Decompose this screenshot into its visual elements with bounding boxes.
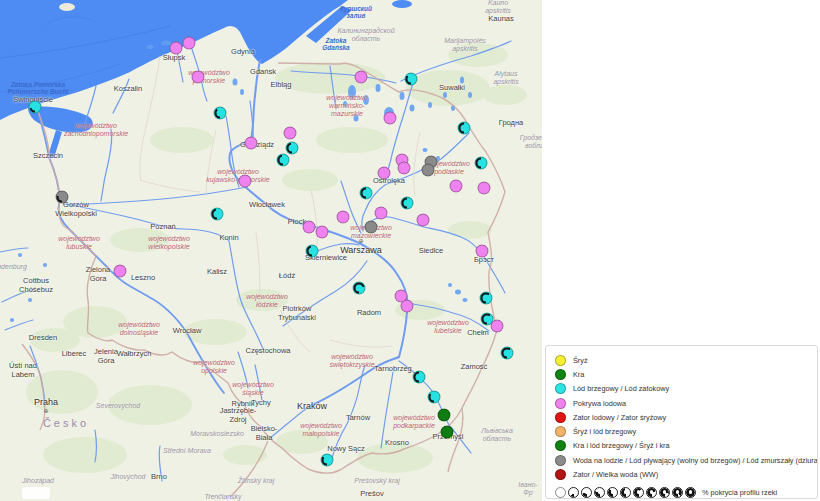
station-marker-shore-ice[interactable] — [360, 187, 373, 200]
station-marker-shore-ice[interactable] — [214, 107, 227, 120]
legend-color-swatch — [555, 398, 566, 409]
coverage-pie-icon — [568, 487, 579, 498]
legend-item-label: Lód brzegowy / Lód zatokowy — [573, 384, 669, 393]
legend-item: Pokrywa lodowa — [555, 396, 813, 410]
coverage-pie-icon — [607, 487, 618, 498]
marker-core — [404, 200, 411, 207]
legend-color-swatch — [555, 412, 566, 423]
marker-core — [431, 394, 438, 401]
station-marker-shore-ice[interactable] — [401, 197, 414, 210]
legend-item: Woda na lodzie / Lód pływający (wolny od… — [555, 453, 813, 467]
station-marker-shore-ice[interactable] — [458, 122, 471, 135]
station-marker-ice-cover[interactable] — [478, 182, 491, 195]
station-marker-shore-ice[interactable] — [353, 282, 366, 295]
legend-item-label: Kra i lód brzegowy / Śryż i kra — [573, 441, 670, 450]
legend-item-label: Śryż i lód brzegowy — [573, 427, 636, 436]
coverage-pie-icon — [594, 487, 605, 498]
coverage-pie-icon — [581, 487, 592, 498]
station-marker-ice-cover[interactable] — [375, 207, 388, 220]
legend-item-label: Woda na lodzie / Lód pływający (wolny od… — [573, 456, 818, 465]
station-marker-ice-cover[interactable] — [491, 320, 504, 333]
legend-item-label: Kra — [573, 370, 584, 379]
legend-item-label: Zator / Wielka woda (WW) — [573, 470, 658, 479]
station-marker-water-on-ice[interactable] — [365, 221, 378, 234]
legend-color-swatch — [555, 355, 566, 366]
station-marker-shore-ice[interactable] — [480, 292, 493, 305]
station-marker-shore-ice[interactable] — [413, 371, 426, 384]
legend-item: Zator lodowy / Zator śryżowy — [555, 410, 813, 424]
station-marker-ice-cover[interactable] — [476, 245, 489, 258]
coverage-label: % pokrycia profilu rzeki — [702, 488, 777, 497]
station-marker-shore-ice[interactable] — [277, 154, 290, 167]
station-marker-ice-cover[interactable] — [316, 226, 329, 239]
legend-item: Kra i lód brzegowy / Śryż i kra — [555, 439, 813, 453]
coverage-pie-icon — [672, 487, 683, 498]
bornholm-island — [59, 3, 75, 11]
station-marker-ice-cover[interactable] — [378, 167, 391, 180]
legend-coverage-row: % pokrycia profilu rzeki — [555, 487, 813, 498]
station-marker-ice-cover[interactable] — [192, 71, 205, 84]
station-marker-water-on-ice[interactable] — [56, 191, 69, 204]
station-marker-ice-cover[interactable] — [355, 71, 368, 84]
marker-core — [408, 76, 415, 83]
station-marker-shore-ice[interactable] — [405, 73, 418, 86]
station-marker-ice-cover[interactable] — [384, 112, 397, 125]
marker-core — [461, 125, 468, 132]
station-marker-ice-cover[interactable] — [417, 214, 430, 227]
station-marker-floe[interactable] — [441, 426, 454, 439]
marker-core — [309, 248, 316, 255]
legend-color-swatch — [555, 369, 566, 380]
legend-item: Lód brzegowy / Lód zatokowy — [555, 382, 813, 396]
station-marker-ice-cover[interactable] — [239, 175, 252, 188]
coverage-pies — [555, 487, 698, 498]
attribution-box — [22, 487, 50, 499]
station-marker-ice-cover[interactable] — [170, 42, 183, 55]
station-marker-ice-cover[interactable] — [450, 180, 463, 193]
coverage-pie-icon — [633, 487, 644, 498]
station-marker-shore-ice[interactable] — [501, 347, 514, 360]
legend-items: ŚryżKraLód brzegowy / Lód zatokowyPokryw… — [555, 353, 813, 482]
marker-core — [289, 145, 296, 152]
station-marker-ice-cover[interactable] — [401, 300, 414, 313]
station-marker-shore-ice[interactable] — [428, 391, 441, 404]
legend-color-swatch — [555, 440, 566, 451]
legend-color-swatch — [555, 383, 566, 394]
station-marker-shore-ice[interactable] — [321, 454, 334, 467]
marker-core — [416, 374, 423, 381]
station-marker-ice-cover[interactable] — [303, 221, 316, 234]
station-marker-shore-ice[interactable] — [475, 157, 488, 170]
station-marker-ice-cover[interactable] — [245, 137, 258, 150]
station-marker-shore-ice[interactable] — [211, 208, 224, 221]
coverage-pie-icon — [685, 487, 696, 498]
marker-core — [356, 285, 363, 292]
marker-core — [478, 160, 485, 167]
station-marker-floe[interactable] — [438, 409, 451, 422]
marker-core — [363, 190, 370, 197]
station-marker-ice-cover[interactable] — [183, 37, 196, 50]
map-canvas[interactable]: Zatoka Pomorska Pommersche BuchtZatoka G… — [0, 0, 542, 501]
legend-item-label: Zator lodowy / Zator śryżowy — [573, 413, 666, 422]
station-marker-shore-ice[interactable] — [29, 101, 42, 114]
station-marker-ice-cover[interactable] — [114, 265, 127, 278]
station-marker-shore-ice[interactable] — [286, 142, 299, 155]
legend-item-label: Śryż — [573, 356, 588, 365]
app-window: Zatoka Pomorska Pommersche BuchtZatoka G… — [0, 0, 820, 501]
station-marker-shore-ice[interactable] — [306, 245, 319, 258]
marker-core — [483, 295, 490, 302]
legend-item: Zator / Wielka woda (WW) — [555, 467, 813, 481]
marker-core — [59, 194, 66, 201]
marker-core — [280, 157, 287, 164]
station-marker-ice-cover[interactable] — [398, 162, 411, 175]
marker-core — [32, 104, 39, 111]
coverage-pie-icon — [646, 487, 657, 498]
station-marker-ice-cover[interactable] — [337, 211, 350, 224]
legend-item: Śryż i lód brzegowy — [555, 424, 813, 438]
coverage-pie-icon — [620, 487, 631, 498]
legend-panel: ŚryżKraLód brzegowy / Lód zatokowyPokryw… — [545, 345, 818, 499]
basemap-layer — [0, 0, 542, 501]
station-marker-ice-cover[interactable] — [284, 127, 297, 140]
marker-core — [324, 457, 331, 464]
legend-color-swatch — [555, 469, 566, 480]
legend-color-swatch — [555, 426, 566, 437]
station-marker-water-on-ice[interactable] — [422, 164, 435, 177]
